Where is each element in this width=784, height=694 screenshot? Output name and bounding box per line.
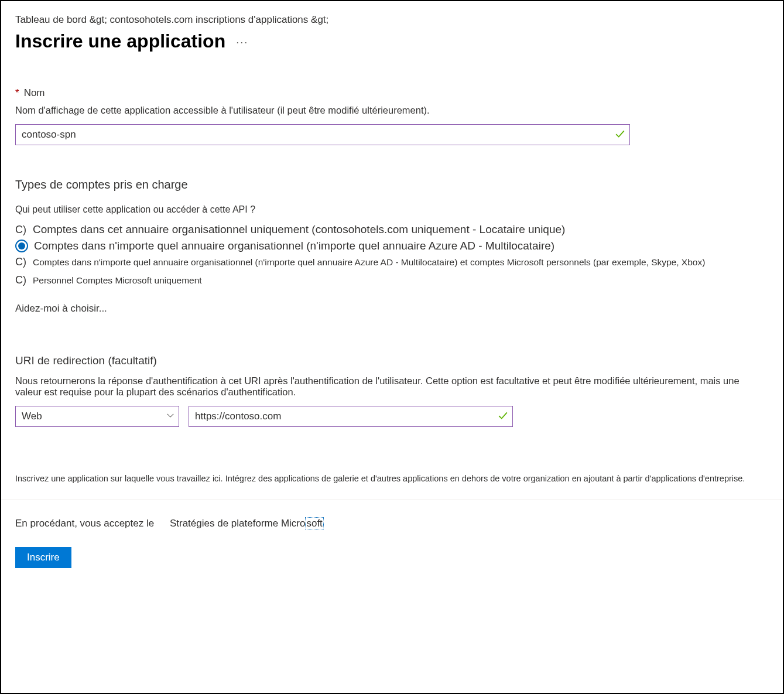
- option-prefix: C): [15, 224, 27, 236]
- page-title: Inscrire une application: [15, 30, 225, 52]
- accept-prefix: En procédant, vous acceptez le: [15, 518, 154, 529]
- account-type-option-2[interactable]: C)Comptes dans n'importe quel annuaire o…: [15, 256, 769, 268]
- option-label: Personnel Comptes Microsoft uniquement: [33, 275, 202, 286]
- name-description: Nom d'affichage de cette application acc…: [15, 105, 769, 116]
- account-type-option-3[interactable]: C)Personnel Comptes Microsoft uniquement: [15, 274, 769, 286]
- option-label: Comptes dans cet annuaire organisationne…: [33, 223, 565, 236]
- platform-select-value: Web: [22, 411, 42, 422]
- platform-select[interactable]: Web: [15, 406, 179, 427]
- account-types-heading: Types de comptes pris en charge: [15, 178, 769, 192]
- option-label: Comptes dans n'importe quel annuaire org…: [33, 257, 705, 268]
- option-prefix: C): [15, 256, 27, 268]
- footer-note: Inscrivez une application sur laquelle v…: [15, 474, 769, 483]
- name-label: Nom: [24, 87, 45, 99]
- divider: [1, 500, 783, 500]
- redirect-description: Nous retournerons la réponse d'authentif…: [15, 375, 759, 398]
- account-types-question: Qui peut utiliser cette application ou a…: [15, 204, 769, 215]
- name-input[interactable]: [15, 124, 630, 145]
- required-asterisk: *: [15, 87, 19, 99]
- policies-link[interactable]: Stratégies de plateforme Microsoft: [170, 518, 324, 529]
- option-prefix: C): [15, 274, 27, 286]
- redirect-heading: URI de redirection (facultatif): [15, 354, 769, 367]
- breadcrumb[interactable]: Tableau de bord &gt; contosohotels.com i…: [15, 14, 769, 26]
- option-label: Comptes dans n'importe quel annuaire org…: [34, 240, 554, 252]
- radio-selected-icon[interactable]: [15, 240, 28, 252]
- help-me-choose-link[interactable]: Aidez-moi à choisir...: [15, 303, 769, 314]
- register-button[interactable]: Inscrire: [15, 547, 71, 568]
- account-type-option-1[interactable]: Comptes dans n'importe quel annuaire org…: [15, 240, 769, 252]
- redirect-url-input[interactable]: [189, 406, 513, 427]
- more-menu-icon[interactable]: ···: [236, 36, 248, 49]
- account-type-option-0[interactable]: C)Comptes dans cet annuaire organisation…: [15, 223, 769, 236]
